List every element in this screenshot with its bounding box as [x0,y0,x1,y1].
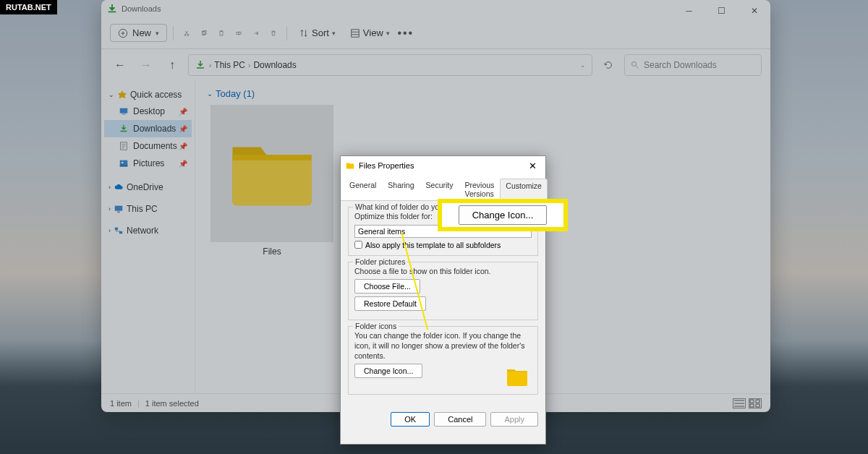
separator [286,26,287,40]
minimize-button[interactable]: ─ [673,0,705,22]
up-button[interactable]: ↑ [162,55,182,75]
downloads-icon [119,124,129,134]
sidebar-label: Downloads [133,124,176,134]
documents-icon [119,141,129,151]
more-button[interactable]: ••• [399,26,413,40]
address-bar: ← → ↑ › This PC › Downloads ⌄ Search Dow… [101,49,770,81]
group-label: Today (1) [216,88,255,99]
svg-rect-11 [122,114,125,115]
refresh-icon [603,60,613,70]
folder-icon [225,134,319,213]
apply-subfolders-checkbox[interactable]: Also apply this template to all subfolde… [354,241,532,249]
sidebar: ⌄ Quick access Desktop 📌 Downloads 📌 Doc [101,81,195,393]
select-value: General items [358,227,405,236]
folder-item-files[interactable]: Files [207,105,337,257]
tab-previous-versions[interactable]: Previous Versions [459,178,501,200]
view-icon [350,28,360,38]
sidebar-item-downloads[interactable]: Downloads 📌 [104,120,192,137]
svg-rect-22 [756,404,760,407]
svg-rect-8 [352,29,359,37]
props-tabs: General Sharing Security Previous Versio… [341,175,545,201]
search-input[interactable]: Search Downloads [624,54,762,76]
svg-rect-5 [220,31,223,35]
sidebar-label: OneDrive [127,182,163,192]
new-button[interactable]: New ▾ [110,24,167,42]
cancel-button[interactable]: Cancel [434,412,486,427]
restore-default-button[interactable]: Restore Default [354,296,426,311]
chevron-right-icon: › [109,184,111,191]
folder-icon [345,160,355,171]
sidebar-item-documents[interactable]: Documents 📌 [104,137,192,155]
tab-security[interactable]: Security [420,178,459,200]
chevron-down-icon: ▾ [332,30,336,37]
pictures-icon [119,158,129,168]
refresh-button[interactable] [598,55,618,75]
cloud-icon [114,182,124,192]
grid-view-toggle[interactable] [749,398,762,408]
checkbox-input[interactable] [354,241,362,249]
svg-rect-18 [119,231,122,234]
back-button[interactable]: ← [110,55,130,75]
close-button[interactable]: ✕ [738,0,770,22]
sidebar-quick-access[interactable]: ⌄ Quick access [104,87,192,103]
svg-rect-6 [221,30,222,31]
breadcrumb-root[interactable]: This PC [214,60,245,70]
chevron-right-icon: › [109,205,111,213]
callout-button: Change Icon... [459,205,548,225]
close-button[interactable]: ✕ [524,160,541,171]
sidebar-item-desktop[interactable]: Desktop 📌 [104,103,192,120]
apply-button[interactable]: Apply [490,412,538,427]
view-button[interactable]: View ▾ [344,25,396,41]
sidebar-label: Documents [133,141,177,151]
sort-label: Sort [312,27,329,38]
folder-icons-desc: You can change the folder icon. If you c… [354,331,532,361]
pin-icon: 📌 [179,108,187,116]
sidebar-label: Quick access [130,90,182,100]
sort-button[interactable]: Sort ▾ [293,25,341,41]
breadcrumb[interactable]: › This PC › Downloads ⌄ [188,54,592,76]
chevron-down-icon[interactable]: ⌄ [580,61,586,69]
maximize-button[interactable]: ☐ [705,0,738,22]
selection-count: 1 item selected [145,399,199,408]
sidebar-this-pc[interactable]: › This PC [104,201,192,217]
props-footer: OK Cancel Apply [341,406,545,432]
chevron-down-icon: ▾ [156,30,159,37]
search-placeholder: Search Downloads [644,60,717,70]
change-icon-button[interactable]: Change Icon... [354,364,422,378]
share-button[interactable] [249,26,263,40]
paste-button[interactable] [214,26,229,40]
watermark-badge: RUTAB.NET [0,0,57,14]
forward-button[interactable]: → [136,55,156,75]
ok-button[interactable]: OK [391,412,430,427]
sidebar-network[interactable]: › Network [104,223,192,239]
item-count: 1 item [110,399,132,408]
sidebar-label: Pictures [133,158,164,168]
rename-button[interactable] [231,26,246,40]
tab-sharing[interactable]: Sharing [382,178,420,200]
folder-pictures-fieldset: Folder pictures Choose a file to show on… [348,262,538,321]
checkbox-label: Also apply this template to all subfolde… [365,241,501,249]
window-title: Downloads [122,4,161,13]
svg-rect-21 [750,404,754,407]
choose-file-button[interactable]: Choose File... [354,279,420,294]
group-header-today[interactable]: ⌄ Today (1) [207,88,759,99]
cut-button[interactable] [179,26,194,40]
sidebar-onedrive[interactable]: › OneDrive [104,179,192,195]
pin-icon: 📌 [179,125,187,133]
folder-pictures-desc: Choose a file to show on this folder ico… [354,267,532,277]
breadcrumb-current[interactable]: Downloads [253,60,296,70]
folder-icon [506,367,529,387]
delete-button[interactable] [266,26,281,40]
list-view-toggle[interactable] [733,398,746,408]
copy-button[interactable] [197,26,211,40]
pin-icon: 📌 [179,142,187,150]
sidebar-item-pictures[interactable]: Pictures 📌 [104,155,192,172]
svg-rect-19 [750,400,754,403]
sidebar-label: Network [127,226,158,236]
titlebar: Downloads ─ ☐ ✕ [101,0,770,17]
tab-customize[interactable]: Customize [500,179,548,201]
tab-general[interactable]: General [344,178,382,200]
new-label: New [132,27,151,38]
chevron-right-icon: › [109,227,111,234]
chevron-right-icon: › [209,61,211,69]
